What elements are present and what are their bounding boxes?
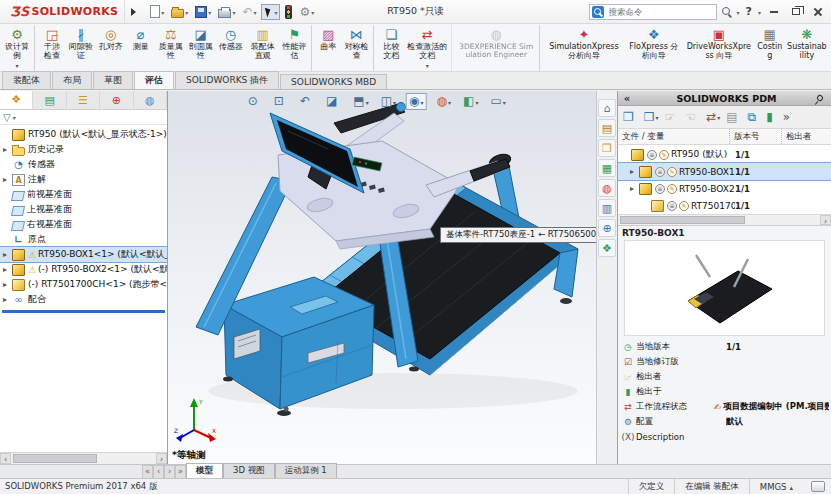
- tab-nav-button[interactable]: ‹: [153, 465, 164, 478]
- expand-arrow-icon[interactable]: [3, 277, 12, 292]
- displaymanager-tab-icon[interactable]: ◍: [134, 91, 167, 109]
- scrollbar-thumb[interactable]: [620, 216, 745, 224]
- view-palette-icon[interactable]: ▦: [598, 159, 616, 177]
- restore-button[interactable]: [787, 4, 805, 20]
- apply-scene-icon[interactable]: ◧: [461, 94, 480, 109]
- expand-arrow-icon[interactable]: [630, 181, 639, 196]
- chevron-down-icon[interactable]: [758, 7, 761, 17]
- save-button[interactable]: [193, 5, 213, 19]
- ribbon-button[interactable]: ∦ 间隙验证: [66, 25, 96, 71]
- undo-button[interactable]: [240, 5, 258, 19]
- column-header-version[interactable]: 版本号: [729, 129, 781, 144]
- expand-arrow-icon[interactable]: [3, 247, 12, 262]
- options-button[interactable]: [297, 5, 316, 19]
- document-tab[interactable]: 3D 视图: [223, 463, 275, 478]
- custom-properties-icon[interactable]: ▥: [598, 199, 616, 217]
- column-header-checkedout[interactable]: 检出者: [781, 129, 831, 144]
- ribbon-button[interactable]: ⌀ 测量: [126, 25, 156, 71]
- tag-icon[interactable]: [811, 481, 825, 492]
- tree-item[interactable]: (-) RT7501700CH<1> (跑步带<<跑: [0, 277, 167, 292]
- ribbon-button[interactable]: ◍ 3DEXPERIENCE Simulation Engineer: [451, 25, 537, 71]
- chevron-down-icon[interactable]: [161, 7, 164, 17]
- toolbar-flyout-icon[interactable]: [131, 8, 136, 16]
- ribbon-button[interactable]: ⇄ 检查激活的文档: [405, 25, 449, 71]
- chevron-down-icon[interactable]: [13, 112, 16, 122]
- pdm-row[interactable]: RT7501700... 1/1: [618, 197, 831, 214]
- edit-appearance-icon[interactable]: ◍: [435, 94, 454, 109]
- chevron-down-icon[interactable]: [232, 7, 235, 17]
- expand-arrow-icon[interactable]: [3, 172, 12, 187]
- pdm-row[interactable]: RT950-BOX2 1/1: [618, 180, 831, 197]
- ribbon-button[interactable]: ▥ 装配体直观: [246, 25, 280, 71]
- ribbon-button[interactable]: ❖ FloXpress 分析向导: [625, 25, 683, 71]
- collapse-panel-button[interactable]: «: [618, 93, 636, 104]
- chevron-down-icon[interactable]: [737, 7, 740, 17]
- pdm-vault-icon[interactable]: ❖: [598, 239, 616, 257]
- ribbon-button[interactable]: ◎ 孔对齐: [96, 25, 126, 71]
- get-latest-version-icon[interactable]: ❐: [623, 111, 638, 124]
- view-settings-icon[interactable]: ▭: [488, 94, 507, 109]
- open-button[interactable]: [169, 5, 190, 19]
- tree-item[interactable]: 配合: [0, 292, 167, 307]
- column-header-file[interactable]: 文件 / 变量: [618, 129, 729, 144]
- tree-item[interactable]: 传感器: [0, 157, 167, 172]
- ribbon-button[interactable]: ❋ Sustainability: [785, 25, 829, 71]
- tree-item[interactable]: 前视基准面: [0, 187, 167, 202]
- tree-item[interactable]: RT950 (默认<默认_显示状态-1>): [0, 127, 167, 142]
- tab-nav-button[interactable]: »: [175, 465, 186, 478]
- scroll-right-icon[interactable]: [156, 453, 167, 464]
- previous-view-icon[interactable]: ↶: [298, 94, 316, 109]
- ribbon-button[interactable]: ⋈ 对称检查: [341, 25, 371, 71]
- scroll-left-icon[interactable]: [0, 453, 11, 464]
- tree-item[interactable]: RT950-BOX1<1> (默认<默认_: [0, 247, 167, 262]
- ribbon-button[interactable]: ⚙ 设计算例: [2, 25, 32, 71]
- ribbon-tab[interactable]: 草图: [93, 71, 133, 89]
- search-box[interactable]: [589, 4, 717, 20]
- tree-item[interactable]: (-) RT950-BOX2<1> (默认<默: [0, 262, 167, 277]
- scrollbar-thumb[interactable]: [13, 454, 97, 463]
- tree-item[interactable]: 右视基准面: [0, 217, 167, 232]
- dimxpertmanager-tab-icon[interactable]: ⊕: [100, 91, 133, 109]
- zoom-area-icon[interactable]: ⊡: [272, 94, 290, 109]
- preview-icon[interactable]: ▤: [726, 111, 741, 124]
- ribbon-button[interactable]: ◲ 干涉检查: [34, 25, 66, 71]
- tree-item[interactable]: 注解: [0, 172, 167, 187]
- display-style-icon[interactable]: ◫: [379, 94, 398, 109]
- featuremanager-tab-icon[interactable]: ❖: [0, 91, 33, 109]
- graphics-viewport[interactable]: ⊙ ⊡ ↶ ◪ ⬒ ◫: [168, 91, 596, 464]
- section-view-icon[interactable]: ◪: [324, 94, 343, 109]
- check-out-icon[interactable]: ☞: [665, 111, 680, 124]
- ribbon-button[interactable]: ⚖ 质量属性: [156, 25, 186, 71]
- expand-arrow-icon[interactable]: [3, 142, 12, 157]
- document-tab[interactable]: 模型: [186, 463, 223, 478]
- search-input[interactable]: [607, 6, 714, 18]
- ribbon-button[interactable]: ✦ SimulationXpress 分析向导: [539, 25, 624, 71]
- tab-nav-button[interactable]: «: [142, 465, 153, 478]
- treadmill-model[interactable]: [168, 91, 596, 464]
- pdm-row[interactable]: RT950 (默认) 1/1: [618, 146, 831, 163]
- search-icon[interactable]: [721, 6, 733, 18]
- tree-item[interactable]: 上视基准面: [0, 202, 167, 217]
- vault-view-icon[interactable]: ▮: [766, 111, 777, 124]
- pin-icon[interactable]: [816, 94, 824, 102]
- check-in-icon[interactable]: ☜: [685, 111, 700, 124]
- ribbon-tab[interactable]: 布局: [52, 71, 92, 89]
- select-tool-button[interactable]: [261, 4, 280, 20]
- zoom-fit-icon[interactable]: ⊙: [246, 94, 264, 109]
- ribbon-button[interactable]: ▣ DriveWorksXpress 向导: [683, 25, 755, 71]
- solidworks-forum-icon[interactable]: ⊕: [598, 219, 616, 237]
- more-tools-icon[interactable]: »: [783, 111, 794, 124]
- rebuild-button[interactable]: [283, 4, 294, 20]
- new-document-button[interactable]: [148, 4, 166, 19]
- ribbon-tab[interactable]: 装配体: [2, 71, 51, 89]
- tree-item[interactable]: 历史记录: [0, 142, 167, 157]
- close-button[interactable]: [809, 4, 827, 20]
- chevron-down-icon[interactable]: [274, 7, 277, 17]
- ribbon-button[interactable]: ❏ 比较文档: [373, 25, 405, 71]
- change-state-icon[interactable]: ⇄: [706, 111, 720, 124]
- solidworks-resources-icon[interactable]: ⌂: [598, 99, 616, 117]
- ribbon-button[interactable]: ◷ 传感器: [216, 25, 246, 71]
- chevron-down-icon[interactable]: [208, 7, 211, 17]
- get-version-icon[interactable]: ❒: [644, 111, 659, 124]
- ribbon-tab[interactable]: SOLIDWORKS 插件: [175, 71, 279, 89]
